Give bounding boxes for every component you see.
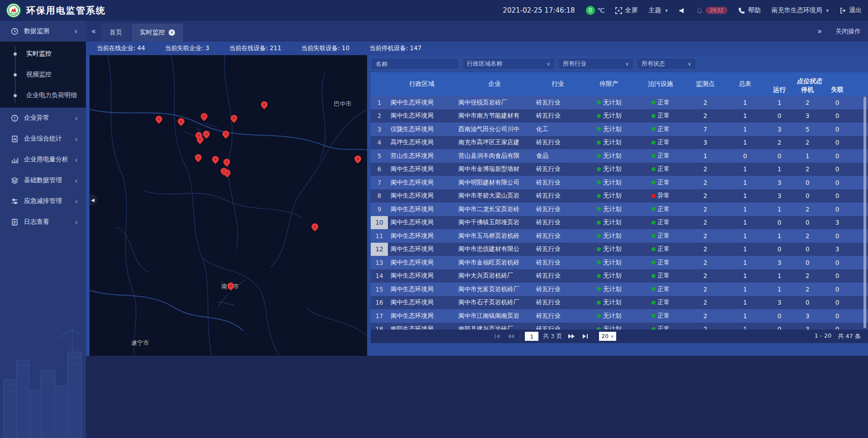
cell-industry: 砖瓦行业 (533, 323, 582, 330)
industry-filter-select[interactable]: 所有行业 (558, 58, 634, 70)
status-dot (597, 247, 601, 251)
cell-stop: 无计划 (582, 136, 636, 150)
cell-industry: 砖瓦行业 (533, 229, 582, 243)
prev-page-icon (508, 334, 514, 339)
fullscreen-button[interactable]: 全屏 (615, 6, 637, 14)
tab-realtime-monitor[interactable]: 实时监控 (132, 24, 183, 42)
total-pages-label: 共 3 页 (543, 332, 562, 340)
help-button[interactable]: 帮助 (738, 6, 760, 14)
cell-points: 2 (685, 323, 725, 330)
sidebar-item-power-load-detail[interactable]: 企业电力负荷明细 (0, 85, 86, 106)
map-panel[interactable]: 巴中市 南充市 遂宁市 (90, 55, 367, 356)
table-row[interactable]: 10 阆中生态环境局 阆中千佛镇五郎垭页岩 砖瓦行业 无计划 正常 2 (371, 216, 868, 230)
close-tab-icon[interactable] (169, 29, 175, 36)
table-row[interactable]: 4 高坪生态环境局 南充市高坪区王家店建 砖瓦行业 无计划 正常 3 (371, 136, 868, 150)
table-row[interactable]: 5 营山生态环境局 营山县润丰肉食品有限 食品 无计划 正常 1 (371, 149, 868, 163)
cell-points: 2 (685, 256, 725, 269)
cell-run: 0 (765, 323, 794, 330)
table-row[interactable]: 7 阆中生态环境局 阆中明阳建材有限公司 砖瓦行业 无计划 正常 2 (371, 176, 868, 189)
sidebar-item-company-abnormal[interactable]: 企业异常 (0, 108, 86, 128)
region-filter-select[interactable]: 行政区域名称 (462, 58, 555, 70)
layers-icon (11, 177, 19, 184)
cell-industry: 化工 (533, 122, 582, 136)
sidebar-item-realtime-monitor[interactable]: 实时监控 (0, 43, 86, 64)
sound-button[interactable] (679, 7, 685, 14)
status-dot (651, 127, 656, 131)
cell-points: 2 (685, 176, 725, 189)
table-row[interactable]: 17 阆中生态环境局 阆中市江南镇阆南页岩 砖瓦行业 无计划 正常 2 (371, 309, 868, 323)
cell-company: 阆中市石子页岩机砖厂 (456, 296, 533, 310)
cell-points: 2 (685, 189, 725, 203)
table-row[interactable]: 2 阆中生态环境局 阆中市南方节能建材有 砖瓦行业 无计划 正常 2 (371, 109, 868, 123)
app-root: 环保用电监管系统 2021-02-25 17:46:18 0 ℃ 全屏 主题 (0, 0, 868, 438)
first-page-button[interactable] (493, 332, 502, 341)
row-index: 4 (371, 136, 388, 150)
cell-facility: 正常 (636, 176, 685, 189)
sidebar-item-company-statistics[interactable]: 企业综合统计 (0, 128, 86, 149)
status-filter-select[interactable]: 所有状态 (637, 58, 696, 70)
cell-region: 阆中生态环境局 (388, 203, 456, 216)
cell-company: 阆中千佛镇五郎垭页岩 (456, 216, 533, 230)
cell-region: 仪陇生态环境局 (388, 122, 456, 136)
cell-stop: 无计划 (582, 216, 636, 230)
cell-run: 0 (765, 243, 794, 256)
table-row[interactable]: 3 仪陇生态环境局 西南油气田分公司川中 化工 无计划 正常 7 (371, 122, 868, 136)
phone-icon (738, 7, 745, 14)
cell-run: 3 (765, 122, 794, 136)
table-row[interactable]: 1 阆中生态环境局 阆中强锐页岩砖厂 砖瓦行业 无计划 正常 2 (371, 96, 868, 109)
table-row[interactable]: 6 阆中生态环境局 阆中市金博瑞新型墙材 砖瓦行业 无计划 正常 2 (371, 163, 868, 176)
next-page-button[interactable] (567, 332, 576, 341)
prev-page-button[interactable] (506, 332, 515, 341)
table-row[interactable]: 15 阆中生态环境局 阆中市光富页岩机砖厂 砖瓦行业 无计划 正常 2 (371, 283, 868, 296)
sidebar-item-emergency[interactable]: 应急减排管理 (0, 191, 86, 212)
sidebar-submenu: 实时监控 视频监控 企业电力负荷明细 (0, 42, 86, 108)
tab-home[interactable]: 首页 (101, 24, 130, 42)
cell-lost: 0 (821, 136, 854, 150)
sidebar-item-logs[interactable]: 日志查看 (0, 212, 86, 232)
cell-halt: 5 (794, 122, 821, 136)
page-size-select[interactable]: 20 (599, 332, 617, 341)
sidebar-item-data-monitor[interactable]: 数据监测 (0, 21, 86, 42)
page-input[interactable] (525, 332, 538, 341)
table-row[interactable]: 9 阆中生态环境局 阆中市二龙长宝页岩砖 砖瓦行业 无计划 正常 2 (371, 203, 868, 216)
cell-meter: 1 (725, 109, 765, 123)
tabs-scroll-right-button[interactable] (812, 21, 827, 42)
last-page-button[interactable] (580, 332, 590, 341)
table-row[interactable]: 16 阆中生态环境局 阆中市石子页岩机砖厂 砖瓦行业 无计划 正常 2 (371, 296, 868, 310)
table-scrollbar[interactable] (863, 97, 866, 328)
cell-region: 高坪生态环境局 (388, 136, 456, 150)
chevron-left-icon (75, 218, 78, 226)
table-row[interactable]: 14 阆中生态环境局 阆中大兴页岩机砖厂 砖瓦行业 无计划 正常 2 (371, 269, 868, 283)
sidebar-item-base-data[interactable]: 基础数据管理 (0, 170, 86, 191)
row-index: 5 (371, 149, 388, 163)
sidebar-item-power-analysis[interactable]: 企业用电量分析 (0, 149, 86, 170)
cell-company: 南部县建兴页岩砖厂 (456, 323, 533, 330)
table-row[interactable]: 18 南部生态环境局 南部县建兴页岩砖厂 砖瓦行业 无计划 正常 2 (371, 323, 868, 330)
cell-points: 2 (685, 96, 725, 109)
col-run: 运行 (765, 86, 794, 96)
cell-points: 2 (685, 283, 725, 296)
cell-facility: 异常 (636, 189, 685, 203)
table-row[interactable]: 8 阆中生态环境局 阆中市枣碧大梁山页岩 砖瓦行业 无计划 异常 2 (371, 189, 868, 203)
cell-lost: 3 (821, 216, 854, 230)
cell-meter: 1 (725, 269, 765, 283)
notification-count-badge: 2632 (706, 7, 728, 14)
logout-button[interactable]: 退出 (840, 6, 862, 14)
stat-item: 当前在线企业:44 (97, 44, 145, 52)
notifications-button[interactable]: 2632 (696, 7, 728, 14)
close-operations-button[interactable]: 关闭操作 (835, 21, 861, 42)
table-row[interactable]: 13 阆中生态环境局 阆中市金福旺页岩机砖 砖瓦行业 无计划 正常 2 (371, 256, 868, 269)
org-menu[interactable]: 南充市生态环境局 (771, 6, 829, 14)
cell-stop: 无计划 (582, 256, 636, 269)
status-dot (651, 141, 656, 145)
sidebar-item-video-monitor[interactable]: 视频监控 (0, 64, 86, 85)
chevron-left-icon (75, 176, 78, 185)
status-dot (597, 180, 601, 184)
name-filter-input[interactable] (371, 58, 459, 70)
theme-menu[interactable]: 主题 (648, 6, 668, 14)
table-row[interactable]: 12 阆中生态环境局 阆中市忠信建材有限公 砖瓦行业 无计划 正常 2 (371, 243, 868, 256)
cell-region: 阆中生态环境局 (388, 216, 456, 230)
status-dot (597, 127, 601, 131)
tabs-scroll-left-button[interactable] (86, 21, 101, 42)
table-row[interactable]: 11 阆中生态环境局 阆中市五马桥页岩机砖 砖瓦行业 无计划 正常 2 (371, 229, 868, 243)
